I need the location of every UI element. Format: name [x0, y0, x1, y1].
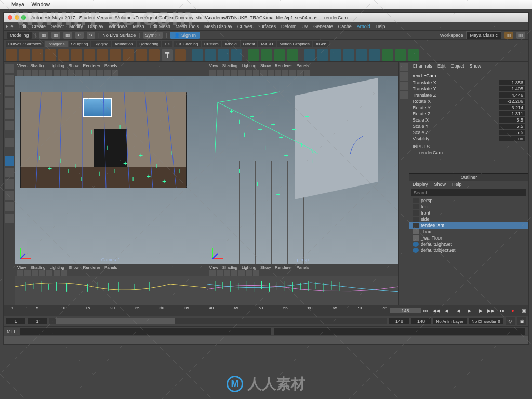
shelf-soccer-icon[interactable]	[136, 49, 147, 61]
vp-toolbar-icon[interactable]	[39, 70, 45, 76]
vp-toolbar-icon[interactable]	[32, 270, 38, 276]
shelf-pyramid-icon[interactable]	[97, 49, 108, 61]
attr-value[interactable]: 5.5	[499, 117, 525, 123]
vp-toolbar-icon[interactable]	[217, 270, 223, 276]
menu-file[interactable]: File	[6, 24, 14, 29]
layout-four[interactable]	[5, 168, 14, 177]
vp-toolbar-icon[interactable]	[61, 70, 67, 76]
vp-menu-show[interactable]: Show	[69, 63, 79, 68]
shelf-sphere-icon[interactable]	[6, 49, 17, 61]
layout-outliner[interactable]	[5, 202, 14, 211]
menu-generate[interactable]: Generate	[313, 24, 333, 29]
shelf-booleans-icon[interactable]	[231, 49, 242, 61]
menu-set-dropdown[interactable]: Modeling	[7, 32, 32, 39]
vp-toolbar-icon[interactable]	[209, 270, 216, 276]
shelf-cube-icon[interactable]	[19, 49, 30, 61]
vp-toolbar-icon[interactable]	[112, 70, 118, 76]
outliner-menu-display[interactable]: Display	[413, 182, 428, 187]
vp-menu-panels[interactable]: Panels	[296, 265, 309, 270]
command-input[interactable]	[20, 328, 271, 335]
range-start[interactable]: 1	[6, 318, 25, 324]
vp-toolbar-icon[interactable]	[83, 70, 89, 76]
vp-menu-panels[interactable]: Panels	[296, 63, 309, 68]
vp-toolbar-icon[interactable]	[68, 70, 74, 76]
vp-toolbar-icon[interactable]	[90, 70, 96, 76]
vp-menu-panels[interactable]: Panels	[104, 265, 117, 270]
outliner-item-side[interactable]: side	[409, 216, 528, 222]
move-tool[interactable]	[5, 98, 14, 108]
range-playback-start[interactable]: 1	[28, 318, 47, 324]
prev-key-button[interactable]: ◀|	[443, 307, 452, 315]
range-loop-icon[interactable]: ↻	[506, 317, 515, 325]
select-tool[interactable]	[5, 64, 14, 73]
shelf-tab-bifrost[interactable]: Bifrost	[241, 41, 258, 47]
vp-menu-show[interactable]: Show	[260, 265, 271, 270]
channelbox-tab-show[interactable]: Show	[470, 63, 482, 69]
shelf-torus-icon[interactable]	[71, 49, 82, 61]
to-start-button[interactable]: ⏮	[421, 307, 430, 315]
vp-toolbar-icon[interactable]	[46, 70, 52, 76]
vp-menu-shading[interactable]: Shading	[222, 265, 237, 270]
shelf-tab-custom[interactable]: Custom	[202, 41, 221, 47]
vp-toolbar-icon[interactable]	[17, 270, 23, 276]
attr-value[interactable]: -1.856	[499, 80, 525, 85]
menu-cache[interactable]: Cache	[338, 24, 352, 29]
vp-toolbar-icon[interactable]	[75, 70, 82, 76]
channelbox-tab-object[interactable]: Object	[451, 63, 464, 69]
cmd-language-label[interactable]: MEL	[7, 329, 17, 334]
shelf-extrude-icon[interactable]	[248, 49, 259, 61]
outliner-item-_box[interactable]: _box	[409, 229, 528, 235]
shelf-tab-curves[interactable]: Curves / Surfaces	[6, 41, 44, 47]
attr-value[interactable]: on	[499, 136, 525, 141]
shelf-misc-7-icon[interactable]	[382, 49, 393, 61]
play-button[interactable]: ▶	[464, 307, 474, 315]
graph-editor-view[interactable]	[15, 276, 207, 305]
autokey-button[interactable]: ●	[508, 307, 517, 315]
symmetry-label[interactable]: Sym: ⬚	[143, 32, 163, 39]
vp-toolbar-icon[interactable]	[275, 70, 281, 76]
file-open-icon[interactable]: ▦	[51, 32, 60, 39]
attr-value[interactable]: 5.5	[499, 124, 525, 129]
vp-toolbar-icon[interactable]	[282, 70, 288, 76]
file-save-icon[interactable]: ▦	[63, 32, 72, 39]
vp-menu-shading[interactable]: Shading	[222, 63, 237, 68]
vp-toolbar-icon[interactable]	[46, 270, 52, 276]
shelf-separate-icon[interactable]	[205, 49, 216, 61]
menu-arnold[interactable]: Arnold	[357, 24, 370, 29]
shelf-bevel-icon[interactable]	[274, 49, 285, 61]
channelbox-tab-edit[interactable]: Edit	[437, 63, 446, 69]
shelf-tab-polygons[interactable]: Polygons	[45, 41, 68, 47]
menu-curves[interactable]: Curves	[237, 24, 252, 29]
prefs-2-icon[interactable]: ▣	[517, 317, 526, 325]
attr-value[interactable]: 1.405	[499, 86, 525, 91]
menu-help[interactable]: Help	[376, 24, 385, 29]
vp-toolbar-icon[interactable]	[246, 270, 252, 276]
vp-menu-panels[interactable]: Panels	[104, 63, 117, 68]
outliner-menu-help[interactable]: Help	[452, 182, 462, 187]
vp-toolbar-icon[interactable]	[260, 70, 267, 76]
right-toggle-1[interactable]	[400, 63, 408, 71]
shelf-svg-icon[interactable]	[175, 49, 186, 61]
layout-two-side[interactable]	[5, 179, 14, 189]
menu-deform[interactable]: Deform	[281, 24, 297, 29]
vp-toolbar-icon[interactable]	[61, 270, 67, 276]
menu-surfaces[interactable]: Surfaces	[258, 24, 276, 29]
step-fwd-button[interactable]: ▶▶	[486, 307, 496, 315]
shelf-tab-xgen[interactable]: XGen	[313, 41, 329, 47]
vp-toolbar-icon[interactable]	[54, 270, 60, 276]
shelf-bridge-icon[interactable]	[261, 49, 272, 61]
undo-icon[interactable]: ↶	[75, 32, 84, 39]
right-toggle-2[interactable]	[400, 72, 408, 81]
layout-graph[interactable]	[5, 214, 14, 223]
shelf-pipe-icon[interactable]	[110, 49, 121, 61]
shelf-misc-9-icon[interactable]	[408, 49, 419, 61]
vp-toolbar-icon[interactable]	[231, 70, 237, 76]
vp-toolbar-icon[interactable]	[231, 270, 237, 276]
vp-toolbar-icon[interactable]	[246, 70, 252, 76]
layout-two-stack[interactable]	[5, 191, 14, 200]
outliner-item-defaultLightSet[interactable]: defaultLightSet	[409, 241, 528, 247]
to-end-button[interactable]: ⏭	[497, 307, 507, 315]
viewport-view-persp[interactable]: + + + + + + + + + + + + + + + +	[207, 76, 399, 264]
vp-menu-shading[interactable]: Shading	[30, 63, 45, 68]
vp-toolbar-icon[interactable]	[238, 270, 245, 276]
